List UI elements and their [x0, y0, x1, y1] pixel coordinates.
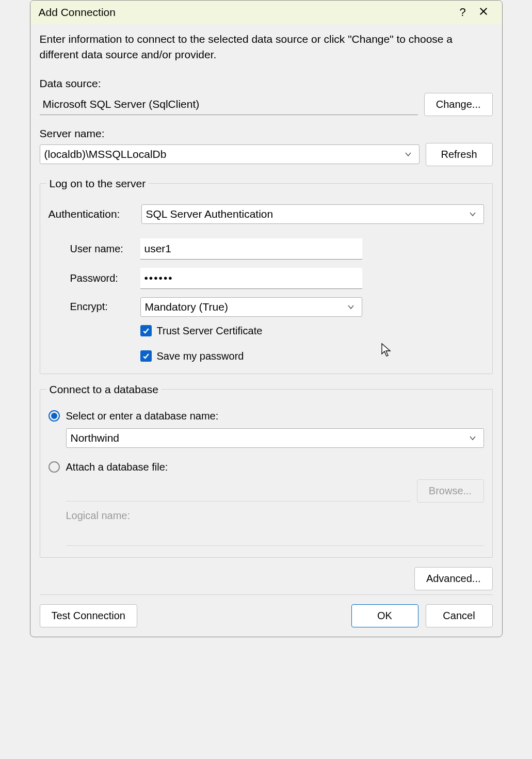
trust-cert-checkbox[interactable]	[140, 325, 152, 336]
attach-db-file-field	[66, 480, 411, 502]
select-db-label: Select or enter a database name:	[66, 410, 219, 422]
trust-cert-label: Trust Server Certificate	[157, 325, 263, 337]
save-password-label: Save my password	[157, 350, 244, 362]
logon-group: Log on to the server Authentication: SQL…	[40, 177, 493, 374]
select-db-radio-row[interactable]: Select or enter a database name:	[49, 410, 484, 422]
encrypt-combo[interactable]: Mandatory (True)	[140, 297, 362, 317]
attach-db-radio-row[interactable]: Attach a database file:	[49, 461, 484, 473]
dialog-content: Enter information to connect to the sele…	[30, 24, 502, 637]
password-label: Password:	[70, 272, 132, 284]
dialog-actions: Test Connection OK Cancel	[40, 595, 493, 627]
refresh-button[interactable]: Refresh	[426, 143, 493, 166]
server-name-combo[interactable]: (localdb)\MSSQLLocalDb	[40, 144, 420, 164]
logical-name-label: Logical name:	[66, 510, 484, 522]
data-source-label: Data source:	[40, 77, 493, 90]
connect-db-legend: Connect to a database	[46, 383, 162, 396]
database-name-value: Northwind	[71, 432, 466, 444]
titlebar: Add Connection ?	[30, 1, 502, 24]
user-name-label: User name:	[70, 243, 132, 255]
test-connection-button[interactable]: Test Connection	[40, 604, 137, 627]
close-icon[interactable]	[473, 6, 494, 19]
browse-button: Browse...	[417, 479, 484, 503]
authentication-value: SQL Server Authentication	[146, 208, 466, 220]
logical-name-field	[66, 525, 484, 546]
server-name-value: (localdb)\MSSQLLocalDb	[44, 148, 401, 160]
chevron-down-icon	[344, 301, 358, 313]
chevron-down-icon	[466, 208, 479, 220]
attach-db-radio[interactable]	[49, 461, 60, 473]
save-password-row[interactable]: Save my password	[140, 350, 362, 362]
user-name-field[interactable]	[140, 238, 362, 260]
authentication-combo[interactable]: SQL Server Authentication	[141, 204, 484, 224]
logon-legend: Log on to the server	[46, 177, 149, 190]
connect-db-group: Connect to a database Select or enter a …	[40, 383, 493, 558]
select-db-radio[interactable]	[49, 410, 60, 422]
save-password-checkbox[interactable]	[140, 350, 152, 362]
add-connection-dialog: Add Connection ? Enter information to co…	[30, 0, 503, 637]
encrypt-label: Encrypt:	[70, 301, 132, 313]
authentication-label: Authentication:	[49, 208, 131, 220]
cancel-button[interactable]: Cancel	[426, 604, 493, 627]
ok-button[interactable]: OK	[351, 604, 418, 627]
server-name-label: Server name:	[40, 127, 493, 140]
data-source-field: Microsoft SQL Server (SqlClient)	[40, 94, 418, 115]
database-name-combo[interactable]: Northwind	[66, 428, 484, 448]
help-icon[interactable]: ?	[453, 6, 473, 19]
dialog-title: Add Connection	[39, 6, 453, 19]
trust-cert-row[interactable]: Trust Server Certificate	[140, 325, 362, 337]
encrypt-value: Mandatory (True)	[145, 301, 344, 313]
password-field[interactable]: ••••••	[140, 268, 362, 289]
chevron-down-icon	[401, 148, 415, 160]
description-text: Enter information to connect to the sele…	[40, 31, 493, 63]
change-button[interactable]: Change...	[424, 93, 493, 116]
advanced-button[interactable]: Advanced...	[414, 567, 493, 590]
attach-db-label: Attach a database file:	[66, 461, 168, 473]
chevron-down-icon	[466, 432, 479, 444]
